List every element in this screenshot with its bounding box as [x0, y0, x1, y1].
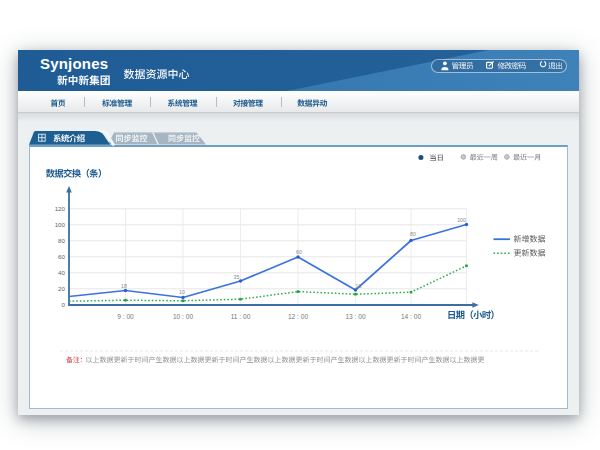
svg-text:0: 0: [62, 301, 66, 308]
svg-text:80: 80: [58, 237, 65, 244]
svg-text:60: 60: [296, 249, 302, 255]
svg-text:10: 10: [356, 283, 362, 289]
svg-text:100: 100: [55, 221, 66, 228]
svg-text:40: 40: [58, 269, 65, 276]
svg-text:10 : 00: 10 : 00: [173, 313, 193, 320]
svg-text:20: 20: [58, 285, 65, 292]
svg-text:13 : 00: 13 : 00: [345, 313, 365, 320]
svg-text:60: 60: [58, 253, 65, 260]
svg-text:11 : 00: 11 : 00: [231, 313, 251, 320]
svg-text:18: 18: [121, 283, 127, 289]
svg-text:100: 100: [457, 217, 466, 223]
svg-text:Synjones: Synjones: [40, 55, 108, 72]
svg-text:35: 35: [234, 274, 240, 280]
svg-text:80: 80: [410, 231, 416, 237]
svg-text:10: 10: [179, 289, 185, 295]
svg-text:9 : 00: 9 : 00: [117, 313, 134, 320]
svg-text:14 : 00: 14 : 00: [401, 313, 421, 320]
svg-text:12 : 00: 12 : 00: [288, 313, 308, 320]
svg-text:120: 120: [55, 205, 66, 212]
